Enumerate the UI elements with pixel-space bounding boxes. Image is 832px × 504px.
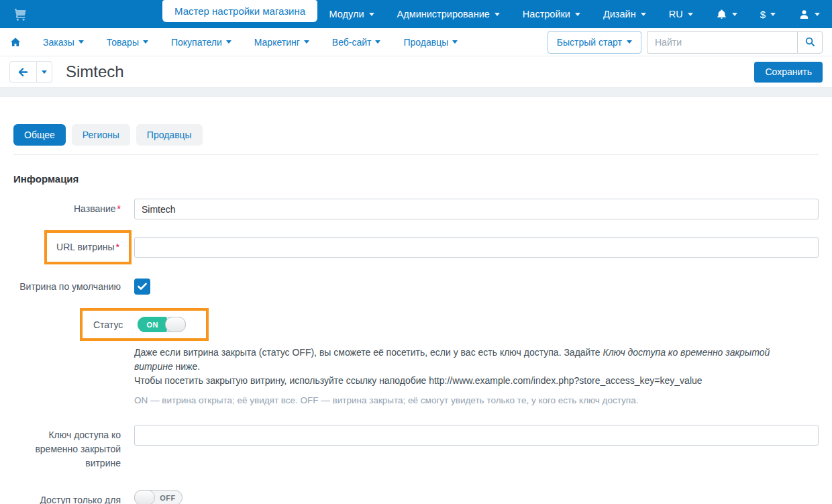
cart-icon[interactable]	[12, 6, 28, 22]
caret-down-icon	[688, 13, 693, 16]
settings-tabs: Общее Регионы Продавцы	[13, 124, 819, 146]
search-input[interactable]	[647, 31, 797, 54]
tab-general[interactable]: Общее	[13, 124, 66, 146]
toggle-knob	[134, 490, 155, 504]
caret-down-icon	[143, 40, 148, 44]
auth-only-label: Доступ только для авторизованных покупат…	[13, 490, 121, 504]
name-input[interactable]	[134, 199, 819, 219]
highlight-box-url-label: URL витрины*	[44, 230, 132, 264]
access-key-label: Ключ доступа ко временно закрытой витрин…	[13, 425, 121, 470]
tab-vendors[interactable]: Продавцы	[136, 124, 203, 146]
status-label: Статус	[93, 319, 123, 330]
field-row-access-key: Ключ доступа ко временно закрытой витрин…	[13, 425, 819, 470]
status-help-text: Даже если витрина закрыта (статус OFF), …	[134, 346, 798, 388]
main-nav-bar: Заказы Товары Покупатели Маркетинг Веб-с…	[0, 28, 832, 56]
tab-regions[interactable]: Регионы	[72, 124, 130, 146]
menu-modules[interactable]: Модули	[329, 9, 374, 19]
storefront-url-field-label: URL витрины*	[13, 230, 121, 264]
field-row-storefront-url: URL витрины*	[13, 230, 819, 264]
caret-down-icon	[226, 40, 231, 44]
notifications-menu[interactable]	[716, 9, 737, 20]
bell-icon	[716, 9, 727, 20]
caret-down-icon	[770, 13, 776, 16]
home-icon[interactable]	[9, 36, 21, 48]
menu-design[interactable]: Дизайн	[603, 9, 646, 19]
auth-only-toggle-off[interactable]: OFF	[134, 490, 183, 504]
header-separator	[0, 88, 832, 97]
back-dropdown-button[interactable]	[37, 61, 52, 83]
caret-down-icon	[79, 40, 84, 44]
required-mark: *	[116, 242, 119, 252]
highlight-box-status: Статус ON	[80, 308, 209, 341]
caret-down-icon	[641, 13, 646, 16]
currency-menu[interactable]: $	[760, 9, 776, 20]
storefront-settings-content: Общее Регионы Продавцы Информация Назван…	[0, 124, 832, 504]
page-title: Simtech	[66, 62, 124, 81]
caret-down-icon	[627, 40, 632, 44]
admin-search	[647, 31, 823, 54]
back-button[interactable]	[9, 61, 37, 83]
menu-settings[interactable]: Настройки	[523, 9, 580, 19]
caret-down-icon	[452, 40, 458, 44]
nav-item-vendors[interactable]: Продавцы	[403, 37, 458, 48]
user-icon	[798, 9, 810, 20]
caret-down-icon	[575, 13, 580, 16]
nav-item-website[interactable]: Веб-сайт	[332, 37, 381, 48]
field-row-status: Статус ON	[13, 308, 819, 341]
status-toggle-on[interactable]: ON	[138, 317, 186, 332]
caret-down-icon	[42, 70, 47, 74]
account-menu[interactable]	[798, 9, 820, 20]
arrow-left-icon	[18, 68, 28, 77]
nav-item-orders[interactable]: Заказы	[43, 37, 84, 48]
quick-start-button[interactable]: Быстрый старт	[548, 31, 641, 54]
search-icon	[804, 36, 816, 48]
default-storefront-checkbox[interactable]	[134, 279, 150, 295]
field-row-auth-only: Доступ только для авторизованных покупат…	[13, 490, 819, 504]
nav-item-products[interactable]: Товары	[107, 37, 148, 48]
name-field-label: Название*	[13, 202, 121, 216]
top-admin-bar: Мастер настройки магазина Модули Админис…	[0, 0, 832, 28]
field-row-default-storefront: Витрина по умолчанию	[13, 279, 819, 295]
page-header: Simtech Сохранить	[0, 56, 832, 88]
back-button-group	[9, 61, 52, 83]
caret-down-icon	[369, 13, 374, 16]
caret-down-icon	[375, 40, 380, 44]
menu-administration[interactable]: Администрирование	[397, 9, 500, 19]
caret-down-icon	[304, 40, 309, 44]
caret-down-icon	[732, 13, 737, 16]
status-help-muted-text: ON — витрина открыта; её увидят все. OFF…	[134, 394, 819, 407]
toggle-off-segment: OFF	[153, 490, 183, 504]
caret-down-icon	[815, 13, 820, 16]
storefront-url-input[interactable]	[134, 237, 819, 258]
dollar-icon: $	[760, 9, 766, 20]
save-button[interactable]: Сохранить	[754, 62, 823, 83]
menu-language[interactable]: RU	[669, 9, 693, 19]
search-button[interactable]	[797, 31, 823, 54]
section-title-information: Информация	[13, 173, 819, 185]
required-mark: *	[117, 203, 121, 214]
field-row-name: Название*	[13, 199, 819, 219]
access-key-input[interactable]	[134, 425, 819, 446]
toggle-on-segment: ON	[138, 317, 167, 332]
nav-item-marketing[interactable]: Маркетинг	[254, 37, 309, 48]
nav-item-customers[interactable]: Покупатели	[171, 37, 231, 48]
checkmark-icon	[138, 283, 147, 291]
caret-down-icon	[495, 13, 500, 16]
toggle-knob	[165, 317, 186, 332]
tabs-divider	[13, 154, 819, 155]
default-storefront-label: Витрина по умолчанию	[13, 280, 121, 294]
store-setup-wizard-button[interactable]: Мастер настройки магазина	[162, 0, 317, 22]
